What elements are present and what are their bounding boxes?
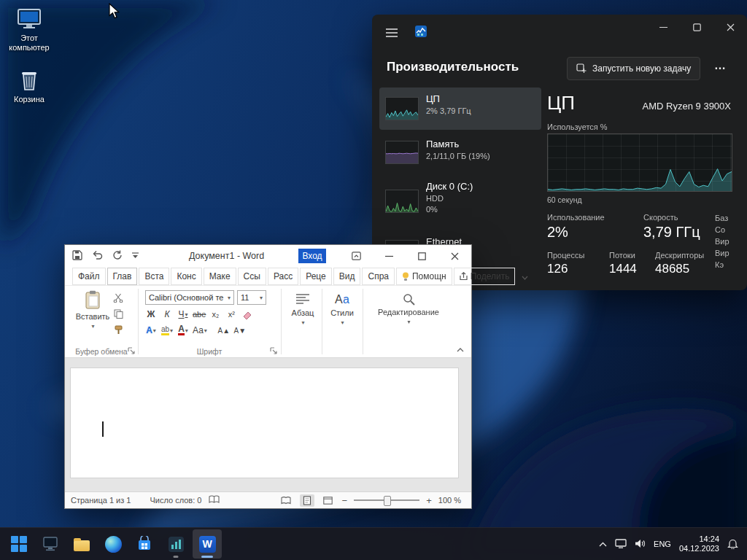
clear-formatting-icon[interactable] <box>240 308 255 321</box>
stat-usage-label: Использование <box>547 213 605 222</box>
document-area[interactable] <box>65 358 471 491</box>
menu-icon[interactable] <box>385 28 398 38</box>
text-effects-icon[interactable]: А▾ <box>144 324 158 337</box>
start-button[interactable] <box>4 529 34 559</box>
tab-references[interactable]: Ссы <box>238 268 266 285</box>
read-mode-icon[interactable] <box>279 494 293 507</box>
recycle-bin-icon <box>15 69 43 92</box>
highlight-icon[interactable]: ab▾ <box>160 324 174 337</box>
assistant-button[interactable]: Помощн <box>396 268 452 285</box>
store-button[interactable] <box>130 529 159 559</box>
tab-home[interactable]: Глав <box>107 268 138 285</box>
collapse-ribbon-icon[interactable] <box>457 344 464 354</box>
tab-help[interactable]: Спра <box>362 268 395 285</box>
tab-insert[interactable]: Вста <box>139 268 169 285</box>
zoom-out-icon[interactable]: − <box>342 495 348 506</box>
language-indicator[interactable]: ENG <box>654 540 671 548</box>
task-manager-button[interactable] <box>161 529 190 559</box>
subscript-button[interactable]: x₂ <box>208 308 222 321</box>
proofing-icon[interactable] <box>209 495 220 505</box>
sidebar-item-cpu[interactable]: ЦП 2% 3,79 ГГц <box>379 88 541 130</box>
clipped-spec-labels: Баз Со Вир Вир Кэ <box>715 212 729 271</box>
desktop-icon-recycle-bin[interactable]: Корзина <box>1 69 57 104</box>
sidebar-item-disk[interactable]: Диск 0 (C:) HDD 0% <box>379 175 541 228</box>
tab-mailings[interactable]: Расс <box>268 268 298 285</box>
tray-chevron-icon[interactable] <box>599 540 607 548</box>
font-color-icon[interactable]: А▾ <box>176 324 190 337</box>
memory-mini-graph <box>385 141 419 164</box>
document-page[interactable] <box>70 368 459 478</box>
ribbon-tab-strip: Файл Глав Вста Конс Маке Ссы Расс Реце В… <box>65 267 471 286</box>
tab-file[interactable]: Файл <box>72 268 106 285</box>
dialog-launcher-icon[interactable] <box>270 347 278 355</box>
close-icon[interactable] <box>438 245 471 267</box>
cpu-panel-title: ЦП <box>547 92 575 114</box>
cpu-usage-graph <box>547 133 732 192</box>
ribbon-display-icon[interactable] <box>340 245 373 267</box>
bold-button[interactable]: Ж <box>144 308 158 321</box>
font-group-label: Шрифт <box>138 347 281 356</box>
maximize-icon[interactable] <box>680 15 713 39</box>
stat-threads-label: Потоки <box>609 251 635 260</box>
superscript-button[interactable]: x² <box>224 308 239 321</box>
change-case-button[interactable]: Аа▾ <box>192 324 208 337</box>
search-icon <box>403 293 415 306</box>
network-icon[interactable] <box>615 539 627 550</box>
sidebar-item-sub: 2% 3,79 ГГц <box>426 106 535 115</box>
dialog-launcher-icon[interactable] <box>128 347 136 355</box>
tab-design[interactable]: Конс <box>171 268 201 285</box>
word-button[interactable]: W <box>193 529 222 559</box>
sidebar-item-memory[interactable]: Память 2,1/11,0 ГБ (19%) <box>379 133 541 172</box>
run-new-task-button[interactable]: Запустить новую задачу <box>567 57 700 80</box>
desktop-icon-this-pc[interactable]: Этот компьютер <box>1 7 57 52</box>
editing-group-button[interactable]: Редактирование ▾ <box>365 293 452 325</box>
paragraph-group-button[interactable]: Абзац ▾ <box>284 293 322 326</box>
font-size-combo[interactable]: 11▾ <box>237 290 266 305</box>
minimize-icon[interactable] <box>373 245 406 267</box>
file-explorer-button[interactable] <box>67 529 96 559</box>
shrink-font-button[interactable]: А▼ <box>233 324 247 337</box>
styles-group-button[interactable]: Аа Стили ▾ <box>325 293 360 326</box>
tab-layout[interactable]: Маке <box>204 268 236 285</box>
share-button[interactable]: Поделить <box>454 268 516 285</box>
taskbar-this-pc-button[interactable] <box>36 529 65 559</box>
volume-icon[interactable] <box>635 539 646 550</box>
sign-in-button[interactable]: Вход <box>298 249 326 263</box>
italic-button[interactable]: К <box>160 308 174 321</box>
chevron-down-icon: ▾ <box>170 327 173 334</box>
edge-button[interactable] <box>98 529 128 559</box>
notification-icon[interactable] <box>727 538 738 551</box>
web-layout-icon[interactable] <box>321 494 336 507</box>
zoom-slider[interactable] <box>354 495 419 505</box>
chevron-down-icon[interactable] <box>516 269 533 285</box>
task-bar: W ENG 14:24 04.12.2023 <box>0 527 747 560</box>
word-count[interactable]: Число слов: 0 <box>150 496 201 505</box>
maximize-icon[interactable] <box>406 245 438 267</box>
paste-button[interactable]: Вставить ▾ <box>74 290 112 330</box>
close-icon[interactable] <box>713 15 747 39</box>
redo-icon[interactable] <box>112 250 123 262</box>
grow-font-button[interactable]: А▲ <box>217 324 231 337</box>
page-indicator[interactable]: Страница 1 из 1 <box>71 496 131 505</box>
format-painter-icon[interactable] <box>114 325 123 337</box>
print-layout-icon[interactable] <box>300 494 314 507</box>
font-name-combo[interactable]: Calibri (Основной те▾ <box>145 290 234 305</box>
minimize-icon[interactable] <box>646 15 680 39</box>
zoom-value[interactable]: 100 % <box>438 496 461 505</box>
cut-icon[interactable] <box>113 293 123 305</box>
tab-view[interactable]: Вид <box>333 268 361 285</box>
more-options-button[interactable]: … <box>709 57 731 79</box>
text-cursor <box>102 421 104 437</box>
zoom-slider-thumb[interactable] <box>384 496 391 506</box>
strikethrough-button[interactable]: abe <box>192 308 206 321</box>
tab-review[interactable]: Реце <box>300 268 332 285</box>
save-icon[interactable] <box>72 250 82 262</box>
copy-icon[interactable] <box>114 309 123 321</box>
cpu-time-axis-label: 60 секунд <box>547 195 582 204</box>
qat-dropdown-icon[interactable] <box>132 251 139 261</box>
zoom-in-icon[interactable]: + <box>426 495 432 506</box>
clock[interactable]: 14:24 04.12.2023 <box>679 534 719 553</box>
undo-icon[interactable] <box>92 250 103 262</box>
stat-processes-value: 126 <box>547 262 568 276</box>
underline-button[interactable]: Ч▾ <box>176 308 190 321</box>
